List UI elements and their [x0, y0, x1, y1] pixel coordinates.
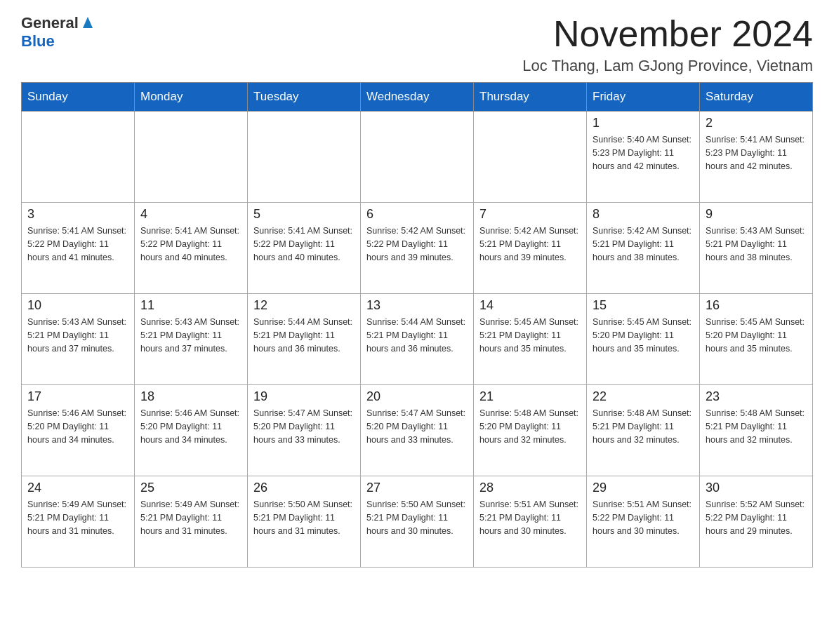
calendar-cell: 27Sunrise: 5:50 AM Sunset: 5:21 PM Dayli… — [361, 476, 474, 568]
day-info: Sunrise: 5:43 AM Sunset: 5:21 PM Dayligh… — [140, 316, 241, 355]
col-header-thursday: Thursday — [474, 83, 587, 112]
calendar-cell: 26Sunrise: 5:50 AM Sunset: 5:21 PM Dayli… — [248, 476, 361, 568]
day-info: Sunrise: 5:48 AM Sunset: 5:21 PM Dayligh… — [706, 407, 807, 446]
day-number: 10 — [27, 298, 128, 313]
calendar-cell: 1Sunrise: 5:40 AM Sunset: 5:23 PM Daylig… — [587, 112, 700, 203]
calendar-cell: 6Sunrise: 5:42 AM Sunset: 5:22 PM Daylig… — [361, 203, 474, 294]
day-info: Sunrise: 5:41 AM Sunset: 5:23 PM Dayligh… — [706, 133, 807, 173]
day-number: 18 — [140, 389, 241, 404]
day-info: Sunrise: 5:43 AM Sunset: 5:21 PM Dayligh… — [706, 224, 807, 264]
day-number: 22 — [593, 389, 694, 404]
calendar-cell — [22, 112, 135, 203]
calendar-cell: 13Sunrise: 5:44 AM Sunset: 5:21 PM Dayli… — [361, 294, 474, 385]
day-info: Sunrise: 5:46 AM Sunset: 5:20 PM Dayligh… — [27, 407, 128, 446]
calendar-cell: 23Sunrise: 5:48 AM Sunset: 5:21 PM Dayli… — [700, 385, 813, 476]
logo-general-text: General — [21, 14, 79, 32]
day-info: Sunrise: 5:40 AM Sunset: 5:23 PM Dayligh… — [593, 133, 694, 173]
day-info: Sunrise: 5:45 AM Sunset: 5:20 PM Dayligh… — [593, 316, 694, 355]
calendar-week-row: 1Sunrise: 5:40 AM Sunset: 5:23 PM Daylig… — [22, 112, 813, 203]
logo-blue-text: Blue — [21, 32, 55, 51]
calendar-cell — [361, 112, 474, 203]
day-info: Sunrise: 5:41 AM Sunset: 5:22 PM Dayligh… — [27, 224, 128, 264]
day-number: 30 — [706, 481, 807, 495]
calendar-cell: 5Sunrise: 5:41 AM Sunset: 5:22 PM Daylig… — [248, 203, 361, 294]
calendar-cell: 15Sunrise: 5:45 AM Sunset: 5:20 PM Dayli… — [587, 294, 700, 385]
day-info: Sunrise: 5:43 AM Sunset: 5:21 PM Dayligh… — [27, 316, 128, 355]
calendar-header-row: SundayMondayTuesdayWednesdayThursdayFrid… — [22, 83, 813, 112]
day-info: Sunrise: 5:50 AM Sunset: 5:21 PM Dayligh… — [253, 498, 355, 537]
day-number: 29 — [593, 481, 694, 495]
svg-marker-0 — [83, 17, 93, 28]
day-number: 3 — [27, 207, 128, 222]
calendar-cell: 4Sunrise: 5:41 AM Sunset: 5:22 PM Daylig… — [135, 203, 248, 294]
calendar-cell: 7Sunrise: 5:42 AM Sunset: 5:21 PM Daylig… — [474, 203, 587, 294]
day-number: 7 — [479, 207, 581, 222]
day-info: Sunrise: 5:52 AM Sunset: 5:22 PM Dayligh… — [706, 498, 807, 537]
calendar-week-row: 17Sunrise: 5:46 AM Sunset: 5:20 PM Dayli… — [22, 385, 813, 476]
day-number: 6 — [366, 207, 468, 222]
calendar-week-row: 3Sunrise: 5:41 AM Sunset: 5:22 PM Daylig… — [22, 203, 813, 294]
calendar-cell — [474, 112, 587, 203]
day-number: 11 — [140, 298, 241, 313]
calendar-cell: 21Sunrise: 5:48 AM Sunset: 5:20 PM Dayli… — [474, 385, 587, 476]
day-info: Sunrise: 5:46 AM Sunset: 5:20 PM Dayligh… — [140, 407, 241, 446]
day-info: Sunrise: 5:41 AM Sunset: 5:22 PM Dayligh… — [253, 224, 355, 264]
day-number: 27 — [366, 481, 468, 495]
day-info: Sunrise: 5:51 AM Sunset: 5:21 PM Dayligh… — [479, 498, 581, 537]
col-header-monday: Monday — [135, 83, 248, 112]
day-number: 21 — [479, 389, 581, 404]
calendar-cell: 25Sunrise: 5:49 AM Sunset: 5:21 PM Dayli… — [135, 476, 248, 568]
calendar-cell: 8Sunrise: 5:42 AM Sunset: 5:21 PM Daylig… — [587, 203, 700, 294]
calendar-week-row: 10Sunrise: 5:43 AM Sunset: 5:21 PM Dayli… — [22, 294, 813, 385]
day-number: 19 — [253, 389, 355, 404]
calendar-cell: 19Sunrise: 5:47 AM Sunset: 5:20 PM Dayli… — [248, 385, 361, 476]
calendar-table: SundayMondayTuesdayWednesdayThursdayFrid… — [21, 82, 813, 568]
day-number: 26 — [253, 481, 355, 495]
day-number: 16 — [706, 298, 807, 313]
day-number: 24 — [27, 481, 128, 495]
day-number: 4 — [140, 207, 241, 222]
calendar-cell: 11Sunrise: 5:43 AM Sunset: 5:21 PM Dayli… — [135, 294, 248, 385]
day-info: Sunrise: 5:45 AM Sunset: 5:20 PM Dayligh… — [706, 316, 807, 355]
day-number: 28 — [479, 481, 581, 495]
logo: General Blue — [21, 14, 95, 51]
calendar-cell — [248, 112, 361, 203]
page-subtitle: Loc Thang, Lam GJong Province, Vietnam — [522, 57, 813, 75]
day-number: 13 — [366, 298, 468, 313]
calendar-cell: 2Sunrise: 5:41 AM Sunset: 5:23 PM Daylig… — [700, 112, 813, 203]
day-number: 14 — [479, 298, 581, 313]
day-info: Sunrise: 5:45 AM Sunset: 5:21 PM Dayligh… — [479, 316, 581, 355]
col-header-tuesday: Tuesday — [248, 83, 361, 112]
col-header-friday: Friday — [587, 83, 700, 112]
day-number: 12 — [253, 298, 355, 313]
col-header-saturday: Saturday — [700, 83, 813, 112]
calendar-cell: 29Sunrise: 5:51 AM Sunset: 5:22 PM Dayli… — [587, 476, 700, 568]
calendar-cell: 30Sunrise: 5:52 AM Sunset: 5:22 PM Dayli… — [700, 476, 813, 568]
calendar-cell — [135, 112, 248, 203]
calendar-cell: 10Sunrise: 5:43 AM Sunset: 5:21 PM Dayli… — [22, 294, 135, 385]
calendar-cell: 9Sunrise: 5:43 AM Sunset: 5:21 PM Daylig… — [700, 203, 813, 294]
day-number: 25 — [140, 481, 241, 495]
calendar-cell: 12Sunrise: 5:44 AM Sunset: 5:21 PM Dayli… — [248, 294, 361, 385]
day-number: 15 — [593, 298, 694, 313]
day-info: Sunrise: 5:50 AM Sunset: 5:21 PM Dayligh… — [366, 498, 468, 537]
calendar-cell: 28Sunrise: 5:51 AM Sunset: 5:21 PM Dayli… — [474, 476, 587, 568]
calendar-cell: 22Sunrise: 5:48 AM Sunset: 5:21 PM Dayli… — [587, 385, 700, 476]
calendar-cell: 3Sunrise: 5:41 AM Sunset: 5:22 PM Daylig… — [22, 203, 135, 294]
day-info: Sunrise: 5:48 AM Sunset: 5:21 PM Dayligh… — [593, 407, 694, 446]
day-number: 5 — [253, 207, 355, 222]
day-info: Sunrise: 5:49 AM Sunset: 5:21 PM Dayligh… — [140, 498, 241, 537]
day-number: 23 — [706, 389, 807, 404]
col-header-sunday: Sunday — [22, 83, 135, 112]
day-number: 2 — [706, 116, 807, 130]
day-info: Sunrise: 5:42 AM Sunset: 5:22 PM Dayligh… — [366, 224, 468, 264]
calendar-week-row: 24Sunrise: 5:49 AM Sunset: 5:21 PM Dayli… — [22, 476, 813, 568]
calendar-cell: 18Sunrise: 5:46 AM Sunset: 5:20 PM Dayli… — [135, 385, 248, 476]
title-block: November 2024 Loc Thang, Lam GJong Provi… — [522, 14, 813, 75]
day-number: 8 — [593, 207, 694, 222]
page-header: General Blue November 2024 Loc Thang, La… — [21, 14, 813, 75]
day-info: Sunrise: 5:49 AM Sunset: 5:21 PM Dayligh… — [27, 498, 128, 537]
calendar-cell: 17Sunrise: 5:46 AM Sunset: 5:20 PM Dayli… — [22, 385, 135, 476]
calendar-cell: 24Sunrise: 5:49 AM Sunset: 5:21 PM Dayli… — [22, 476, 135, 568]
day-number: 20 — [366, 389, 468, 404]
